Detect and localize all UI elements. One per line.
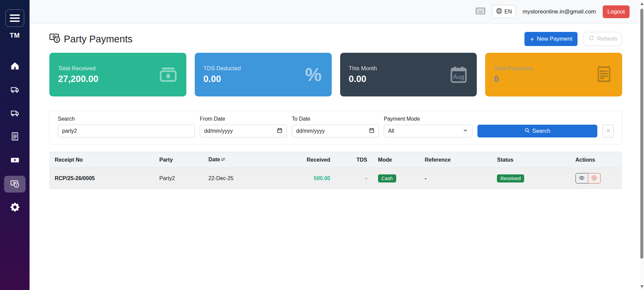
card-label: TDS Deducted — [203, 65, 241, 72]
card-label: This Month — [349, 65, 377, 72]
chevron-down-icon — [463, 128, 468, 134]
receipt-icon — [10, 132, 19, 142]
sidebar-logo: TM — [10, 32, 20, 39]
tds-cell: - — [335, 168, 372, 189]
sidebar-item-deliveries[interactable] — [0, 102, 30, 125]
col-reference: Reference — [419, 152, 492, 168]
language-label: EN — [504, 9, 512, 15]
sidebar: TM $ — [0, 0, 30, 290]
scrollbar-thumb[interactable] — [640, 9, 643, 259]
user-email: mystoreonline.in@gmail.com — [522, 8, 596, 15]
receipt-no-cell: RCP/25-26/0005 — [49, 168, 154, 189]
sidebar-item-invoices[interactable] — [0, 125, 30, 149]
col-receipt-no: Receipt No — [49, 152, 154, 168]
x-circle-icon — [591, 175, 597, 182]
card-label: Total Received — [58, 65, 98, 72]
col-party: Party — [154, 152, 203, 168]
payment-mode-label: Payment Mode — [384, 116, 472, 122]
calendar-icon[interactable] — [369, 128, 374, 134]
page-scrollbar[interactable] — [640, 0, 644, 290]
refresh-button[interactable]: Refresh — [584, 32, 622, 46]
cancel-button[interactable] — [588, 173, 601, 183]
filter-panel: Search From Date dd/mm/yyyy To Date — [49, 111, 622, 144]
table-header-row: Receipt No Party Date Received TDS Mode … — [49, 152, 622, 168]
truck-icon — [10, 109, 19, 119]
sort-down-icon[interactable] — [221, 157, 226, 163]
status-badge: Received — [497, 174, 524, 182]
received-cell: 500.00 — [300, 168, 335, 189]
globe-icon — [496, 8, 502, 15]
refresh-icon — [589, 35, 594, 43]
search-label: Search — [58, 116, 195, 122]
topbar: EN mystoreonline.in@gmail.com Logout — [30, 0, 644, 24]
sidebar-item-payments[interactable] — [0, 149, 30, 172]
header-actions: + New Payment Refresh — [524, 32, 622, 46]
reference-cell: - — [419, 168, 492, 189]
sidebar-item-home[interactable] — [0, 55, 30, 78]
receipt-icon — [595, 65, 613, 84]
app-root: TM $ — [0, 0, 644, 290]
search-input[interactable] — [58, 125, 195, 137]
keyboard-icon[interactable] — [476, 7, 485, 16]
truck-icon — [10, 85, 19, 95]
col-date[interactable]: Date — [203, 152, 301, 168]
svg-text:Aug: Aug — [453, 73, 464, 80]
card-value: 0.00 — [349, 74, 377, 84]
payments-table: Receipt No Party Date Received TDS Mode … — [49, 152, 622, 189]
to-date-input[interactable]: dd/mm/yyyy — [292, 125, 379, 137]
card-total-received: Total Received 27,200.00 — [49, 53, 186, 96]
col-received: Received — [300, 152, 335, 168]
x-icon — [606, 128, 611, 134]
party-cell: Party2 — [154, 168, 203, 189]
table-row[interactable]: RCP/25-26/0005 Party2 22-Dec-25 500.00 -… — [49, 168, 622, 189]
sidebar-item-party-payments[interactable]: $ — [0, 172, 30, 196]
card-value: 6 — [494, 74, 533, 84]
cash-stack-icon — [159, 65, 178, 84]
plus-icon: + — [530, 36, 534, 42]
card-tds-deducted: TDS Deducted 0.00 % — [195, 53, 332, 96]
calendar-icon: Aug — [449, 65, 468, 84]
sidebar-item-purchases[interactable] — [0, 78, 30, 102]
status-cell: Received — [492, 168, 570, 189]
svg-text:$: $ — [15, 183, 17, 187]
language-selector-button[interactable]: EN — [492, 5, 516, 18]
search-icon — [524, 128, 530, 135]
clear-filters-button[interactable] — [602, 125, 614, 137]
search-button[interactable]: Search — [477, 125, 597, 137]
mode-badge: Cash — [378, 174, 396, 182]
card-label: Total Payments — [494, 65, 533, 72]
calendar-icon[interactable] — [277, 128, 282, 134]
svg-text:$: $ — [56, 38, 58, 42]
view-button[interactable] — [576, 173, 588, 183]
from-date-label: From Date — [200, 116, 287, 122]
cash-coin-icon: $ — [49, 32, 60, 46]
page-title: $ Party Payments — [49, 32, 133, 46]
stat-cards: Total Received 27,200.00 TDS Deducted 0.… — [49, 53, 622, 96]
col-tds: TDS — [335, 152, 372, 168]
page-header: $ Party Payments + New Payment Refresh — [49, 32, 622, 46]
from-date-input[interactable]: dd/mm/yyyy — [200, 125, 287, 137]
col-status: Status — [492, 152, 570, 168]
sidebar-nav: $ — [0, 55, 30, 219]
house-icon — [10, 61, 19, 72]
hamburger-menu-button[interactable] — [5, 9, 24, 27]
to-date-label: To Date — [292, 116, 379, 122]
percent-icon: % — [304, 65, 323, 84]
col-mode: Mode — [373, 152, 419, 168]
new-payment-button[interactable]: + New Payment — [524, 32, 578, 46]
cash-coin-icon: $ — [10, 179, 19, 190]
actions-cell — [570, 168, 622, 189]
cash-icon — [10, 156, 19, 166]
logout-button[interactable]: Logout — [603, 5, 630, 18]
card-value: 27,200.00 — [58, 74, 98, 84]
page-content: $ Party Payments + New Payment Refresh — [30, 24, 644, 189]
scroll-down-arrow[interactable] — [640, 285, 644, 288]
eye-icon — [579, 175, 585, 182]
mode-cell: Cash — [373, 168, 419, 189]
gear-icon — [10, 203, 19, 213]
col-actions: Actions — [570, 152, 622, 168]
payment-mode-select[interactable]: All — [384, 125, 472, 137]
card-value: 0.00 — [203, 74, 241, 84]
sidebar-item-settings[interactable] — [0, 196, 30, 219]
scroll-up-arrow[interactable] — [640, 2, 644, 5]
